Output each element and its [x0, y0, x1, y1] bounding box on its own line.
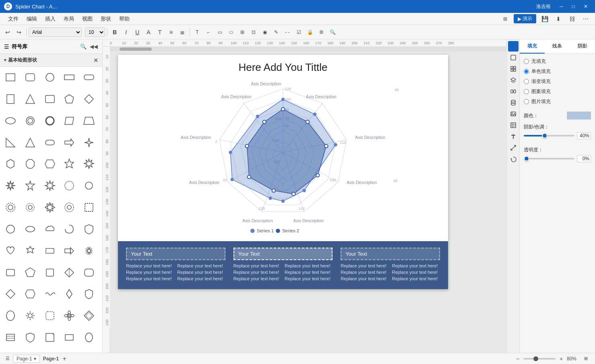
shape-shield2[interactable] [81, 286, 97, 302]
menu-insert[interactable]: 插入 [41, 14, 60, 24]
shape-heart[interactable] [2, 243, 19, 259]
shape-star8[interactable] [81, 156, 97, 172]
page-tab[interactable]: Page-1 ▾ [13, 355, 40, 363]
shape-hex[interactable] [2, 156, 19, 172]
fill-option-solid[interactable]: 单色填充 [524, 68, 591, 75]
tab-fill[interactable]: 填充 [520, 39, 545, 54]
extra-btn1[interactable]: ⊡ [248, 27, 259, 37]
shape-sun[interactable] [22, 199, 38, 215]
more-options-btn[interactable]: ⋯ [581, 14, 591, 24]
tab-line[interactable]: 线条 [545, 39, 570, 54]
history-panel-icon[interactable] [508, 154, 519, 164]
shape-rounded-rect2[interactable] [2, 221, 19, 237]
shape-wide-rect[interactable] [61, 69, 77, 85]
shape-hex3[interactable] [22, 286, 38, 302]
zoom-out-btn[interactable]: − [514, 355, 522, 363]
horizontal-scrollbar[interactable] [110, 47, 506, 52]
zoom-in-btn[interactable]: + [557, 355, 565, 363]
shape-badge2[interactable] [42, 308, 58, 324]
link-panel-icon[interactable] [508, 86, 519, 97]
shape-oct[interactable] [22, 156, 38, 172]
sidebar-collapse-btn[interactable]: ◀◀ [89, 42, 98, 51]
menu-shape[interactable]: 形状 [97, 14, 115, 24]
grid-panel-icon[interactable] [508, 64, 519, 74]
shape-diamond2[interactable] [22, 221, 38, 237]
shape-round-sq[interactable] [2, 265, 19, 281]
shape-circle2[interactable] [81, 178, 97, 194]
lock-button[interactable]: 🔒 [305, 27, 315, 37]
shape-rect4[interactable] [61, 329, 77, 345]
undo-button[interactable]: ↩ [2, 27, 13, 37]
menu-edit[interactable]: 编辑 [23, 14, 41, 24]
menu-file[interactable]: 文件 [4, 14, 23, 24]
shape-wave[interactable] [42, 286, 58, 302]
fill-panel-icon[interactable] [508, 41, 519, 52]
sidebar-search-btn[interactable]: 🔍 [79, 42, 88, 51]
align-button[interactable]: ⊞ [237, 27, 248, 37]
fit-page-btn[interactable]: ⊞ [581, 354, 591, 364]
share-btn[interactable]: ⛓ [567, 14, 577, 24]
present-button[interactable]: ▶ 演示 [514, 14, 536, 23]
shape-rect3[interactable] [81, 265, 97, 281]
checkbox-button[interactable]: ☑ [293, 27, 304, 37]
page-tab-arrow[interactable]: ▾ [34, 356, 36, 362]
shape-star2[interactable] [81, 243, 97, 259]
shape-trapezoid[interactable] [81, 113, 97, 129]
fill-option-gradient[interactable]: 渐变填充 [524, 78, 591, 85]
add-page-btn[interactable]: + [60, 355, 68, 363]
shape-gear2[interactable] [42, 199, 58, 215]
maximize-btn[interactable]: □ [569, 3, 578, 10]
shape-stadium[interactable] [42, 134, 58, 151]
shape-database[interactable] [2, 329, 19, 345]
shape-circle[interactable] [42, 69, 58, 85]
shape-rect-border[interactable] [42, 91, 58, 107]
shape-diamond3[interactable] [22, 265, 38, 281]
shape-star6[interactable] [61, 156, 77, 172]
shape-h-rect[interactable] [2, 91, 19, 107]
fill-option-image[interactable]: 图片填充 [524, 98, 591, 105]
download-btn[interactable]: ⬇ [553, 14, 564, 24]
minimize-btn[interactable]: ─ [556, 3, 566, 10]
fill-pattern-radio[interactable] [524, 89, 529, 94]
shape-leaf[interactable] [61, 221, 77, 237]
redo-button[interactable]: ↪ [14, 27, 24, 37]
shape-iso-triangle[interactable] [22, 134, 38, 151]
fill-solid-radio[interactable] [524, 69, 529, 74]
shape-starburst[interactable] [61, 178, 77, 194]
shape-hex2[interactable] [42, 156, 58, 172]
shape-panel-icon[interactable] [508, 52, 519, 63]
fill-image-radio[interactable] [524, 99, 529, 104]
connector-button[interactable]: ⌐ [203, 27, 214, 37]
text-style-button[interactable]: T [155, 27, 165, 37]
image-panel-icon[interactable] [508, 109, 519, 119]
shadow-value[interactable]: 40% [577, 132, 591, 139]
fill-option-pattern[interactable]: 图案填充 [524, 88, 591, 95]
shape-diamond6[interactable] [81, 308, 97, 324]
shape-cog[interactable] [61, 199, 77, 215]
shape-diamond[interactable] [81, 91, 97, 107]
shape-triangle[interactable] [22, 91, 38, 107]
column-2-title[interactable]: Your Text [233, 248, 333, 260]
shape-double-circle[interactable] [22, 113, 38, 129]
shape-badge[interactable] [22, 243, 38, 259]
shape-note[interactable] [42, 329, 58, 345]
shape-flower[interactable] [61, 308, 77, 324]
fill-option-none[interactable]: 无填充 [524, 58, 591, 65]
shape-cloud[interactable] [42, 221, 58, 237]
shape-diamond5[interactable] [61, 286, 77, 302]
column-3-title[interactable]: Your Text [341, 248, 440, 260]
text-align-button[interactable]: ≣ [177, 27, 188, 37]
menu-layout[interactable]: 布局 [60, 14, 78, 24]
shape-wide-rounded[interactable] [81, 69, 97, 85]
canvas-container[interactable]: Here Add You Tittle [110, 47, 506, 353]
bold-button[interactable]: B [109, 27, 120, 37]
shape-rect-button[interactable]: ▭ [215, 27, 225, 37]
shape-arrow-r2[interactable] [61, 243, 77, 259]
shape-right-triangle[interactable] [2, 134, 19, 151]
fill-color-picker[interactable] [567, 112, 591, 120]
shadow-slider[interactable] [524, 135, 574, 136]
shape-pentagon[interactable] [61, 91, 77, 107]
table-panel-icon[interactable] [508, 120, 519, 130]
menu-view[interactable]: 视图 [78, 14, 97, 24]
italic-button[interactable]: I [121, 27, 131, 37]
